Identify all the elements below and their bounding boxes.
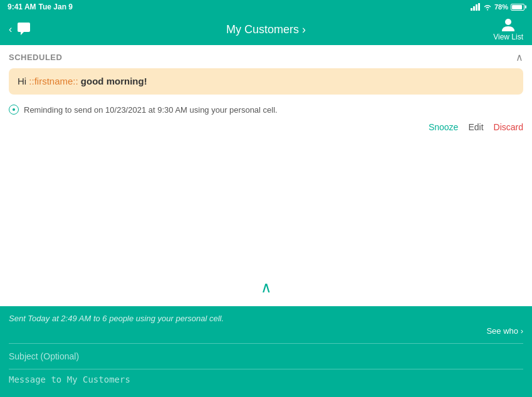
message-prefix: Hi	[18, 76, 29, 86]
snooze-button[interactable]: Snooze	[429, 122, 458, 132]
bottom-toolbar: ? Send Separately	[9, 393, 523, 397]
status-bar: 9:41 AM Tue Jan 9 78%	[0, 0, 532, 14]
see-who-row: See who ›	[9, 324, 523, 341]
scheduled-title: SCHEDULED	[9, 53, 62, 62]
battery-pct: 78%	[494, 3, 508, 11]
sent-info-text: Sent Today at 2:49 AM to 6 people using …	[9, 314, 224, 323]
nav-title: My Customers ›	[226, 23, 306, 36]
svg-rect-3	[478, 3, 480, 11]
message-suffix: good morning!	[78, 76, 147, 86]
message-input[interactable]	[9, 372, 523, 391]
scheduled-header: SCHEDULED ∧	[0, 45, 532, 68]
main-content: SCHEDULED ∧ Hi ::firstname:: good mornin…	[0, 45, 532, 306]
message-preview-text: Hi ::firstname:: good morning!	[18, 76, 147, 86]
person-list-icon	[499, 18, 517, 31]
wifi-icon	[483, 4, 492, 11]
svg-rect-0	[471, 8, 472, 11]
divider-2	[9, 369, 523, 369]
reminder-row: Reminding to send on 10/23/2021 at 9:30 …	[0, 101, 532, 118]
status-bar-left: 9:41 AM Tue Jan 9	[8, 3, 73, 11]
svg-rect-1	[473, 6, 475, 11]
svg-rect-2	[476, 4, 477, 11]
signal-icon	[471, 3, 481, 11]
action-row: Snooze Edit Discard	[0, 118, 532, 141]
edit-button[interactable]: Edit	[468, 122, 483, 132]
discard-button[interactable]: Discard	[494, 122, 523, 132]
see-who-button[interactable]: See who ›	[486, 326, 523, 336]
date-label: Tue Jan 9	[39, 3, 73, 11]
reminder-text: Reminding to send on 10/23/2021 at 9:30 …	[24, 105, 278, 115]
divider-1	[9, 343, 523, 344]
view-list-button[interactable]: View List	[493, 18, 523, 41]
bottom-section: Sent Today at 2:49 AM to 6 people using …	[0, 306, 532, 397]
reminder-icon	[9, 105, 19, 115]
status-bar-right: 78%	[471, 3, 524, 11]
scheduled-collapse-chevron[interactable]: ∧	[516, 51, 523, 63]
message-variable: ::firstname::	[29, 76, 78, 86]
message-preview-box: Hi ::firstname:: good morning!	[9, 68, 523, 95]
content-spacer	[0, 141, 532, 279]
view-list-label: View List	[493, 33, 523, 41]
chevron-up-icon[interactable]: ∧	[261, 279, 272, 296]
back-chevron-icon[interactable]: ‹	[9, 24, 12, 35]
nav-left[interactable]: ‹	[9, 23, 32, 36]
svg-point-4	[505, 19, 511, 25]
chat-icon[interactable]	[16, 23, 32, 36]
battery-icon	[511, 4, 524, 11]
time-label: 9:41 AM	[8, 3, 36, 11]
chevron-up-container: ∧	[0, 279, 532, 306]
subject-input[interactable]	[9, 346, 523, 366]
nav-bar: ‹ My Customers › View List	[0, 14, 532, 45]
